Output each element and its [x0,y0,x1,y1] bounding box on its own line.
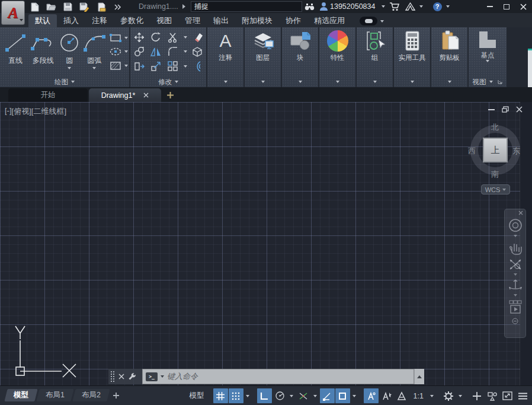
file-tab-drawing1[interactable]: Drawing1* [89,88,161,102]
workspace-switching-button[interactable] [441,388,456,403]
ribbon-tab-addins[interactable]: 附加模块 [235,14,279,27]
mirror-button[interactable] [150,45,163,58]
file-tab-start[interactable]: 开始 [8,88,88,102]
arc-button[interactable]: 圆弧 [81,27,108,76]
open-folder-button[interactable] [46,2,56,12]
snap-chevron-icon[interactable] [244,388,252,403]
autodesk-chevron-icon[interactable] [419,5,423,8]
wcs-dropdown[interactable]: WCS [481,184,510,194]
snap-toggle[interactable] [229,388,243,403]
tray-plus-button[interactable] [469,388,484,403]
isodraft-toggle[interactable] [296,388,311,403]
viewcube-north[interactable]: 北 [491,122,499,133]
copy-button[interactable] [133,45,146,58]
annotate-panel-expander[interactable] [207,76,243,87]
autodesk-logo-icon[interactable] [405,1,415,12]
ucs-icon[interactable] [1,323,84,382]
rectangle-chevron-icon[interactable] [124,37,128,39]
trim-button[interactable] [166,31,180,44]
viewcube-east[interactable]: 东 [512,146,520,157]
layout-tab-model[interactable]: 模型 [4,389,37,401]
properties-button[interactable]: 特性 [319,27,355,76]
explode-button[interactable] [191,45,204,58]
object-snap-toggle[interactable] [335,388,350,403]
zoom-extents-icon[interactable] [508,257,523,272]
navbar-orbit-chevron-icon[interactable] [514,294,517,296]
customize-wrench-icon[interactable] [128,372,136,381]
isodraft-chevron-icon[interactable] [312,388,319,403]
block-panel-expander[interactable] [282,76,318,87]
command-close-icon[interactable] [118,374,124,380]
user-avatar-icon[interactable] [318,1,329,12]
layout-tab-layout1[interactable]: 布局1 [36,389,73,401]
ortho-toggle[interactable] [257,388,272,403]
viewport-minimize-icon[interactable] [488,109,495,110]
account-chevron-icon[interactable] [382,5,385,8]
utilities-button[interactable]: 实用工具 [394,27,430,76]
command-line-grip[interactable] [108,369,142,384]
screen-record-chevron-icon[interactable] [380,20,384,23]
ribbon-tab-manage[interactable]: 管理 [178,14,207,27]
trim-chevron-icon[interactable] [184,36,187,39]
search-binoculars-icon[interactable] [304,1,315,12]
polar-chevron-icon[interactable] [288,388,296,403]
clean-screen-button[interactable] [500,388,515,403]
scale-button[interactable] [150,60,163,73]
group-panel-expander[interactable] [357,76,393,87]
annotation-visibility-toggle[interactable] [364,388,379,403]
save-button[interactable] [63,2,73,12]
polar-tracking-toggle[interactable] [273,388,287,403]
viewport-restore-icon[interactable] [502,106,509,113]
move-button[interactable] [133,31,146,44]
offset-button[interactable] [191,60,204,73]
line-button[interactable]: 直线 [3,27,28,76]
customization-button[interactable] [515,388,530,403]
layout-tab-layout2[interactable]: 布局2 [72,389,110,401]
scale-chevron-icon[interactable] [428,388,435,403]
viewcube-west[interactable]: 西 [468,146,476,157]
array-button[interactable] [166,60,180,73]
circle-split-chevron-icon[interactable] [68,67,71,69]
drawing-canvas[interactable]: [-] [俯视] [二维线框] 上 北 西 东 南 WCS [0,102,532,385]
new-drawing-button[interactable] [166,91,175,100]
ribbon-tab-parametric[interactable]: 参数化 [114,14,150,27]
fillet-button[interactable] [166,45,180,58]
plot-button[interactable] [96,2,106,12]
properties-panel-expander[interactable] [319,76,355,87]
application-menu-button[interactable]: A [1,1,25,25]
viewport-close-icon[interactable] [516,106,523,113]
circle-button[interactable]: 圆 [58,27,81,76]
navbar-wheel-chevron-icon[interactable] [514,235,517,237]
save-as-button[interactable] [79,2,89,12]
chevron-right-icon[interactable] [182,4,185,9]
object-snap-tracking-toggle[interactable] [320,388,335,403]
rotate-button[interactable] [150,31,163,44]
app-store-cart-icon[interactable] [389,1,400,12]
view-panel-title[interactable]: 视图 [469,76,507,87]
navbar-minus-icon[interactable] [512,318,518,324]
clipboard-button[interactable]: 剪贴板 [431,27,467,76]
command-expand-button[interactable] [414,369,424,384]
search-input[interactable] [191,1,302,12]
hatch-button[interactable] [109,61,128,71]
ribbon-tab-annotate[interactable]: 注释 [85,14,114,27]
hatch-chevron-icon[interactable] [124,65,128,67]
showmotion-icon[interactable] [508,299,523,315]
basepoint-chevron-icon[interactable] [486,60,489,62]
ellipse-button[interactable] [109,47,128,56]
ribbon-tab-insert[interactable]: 插入 [57,14,85,27]
utilities-panel-expander[interactable] [394,76,430,87]
screen-record-button[interactable] [360,17,377,25]
viewcube-south[interactable]: 南 [491,169,499,180]
ribbon-tab-output[interactable]: 输出 [207,14,235,27]
workspace-chevron-icon[interactable] [456,388,464,403]
layers-panel-expander[interactable] [245,76,281,87]
viewport-view-control[interactable]: [俯视] [12,106,31,117]
close-tab-icon[interactable] [143,93,149,98]
help-chevron-icon[interactable] [446,5,450,8]
polyline-button[interactable]: 多段线 [28,27,58,76]
grid-toggle[interactable] [213,388,228,403]
erase-button[interactable] [191,31,204,44]
model-space-toggle[interactable]: 模型 [186,388,208,403]
more-commands-button[interactable] [113,2,123,12]
